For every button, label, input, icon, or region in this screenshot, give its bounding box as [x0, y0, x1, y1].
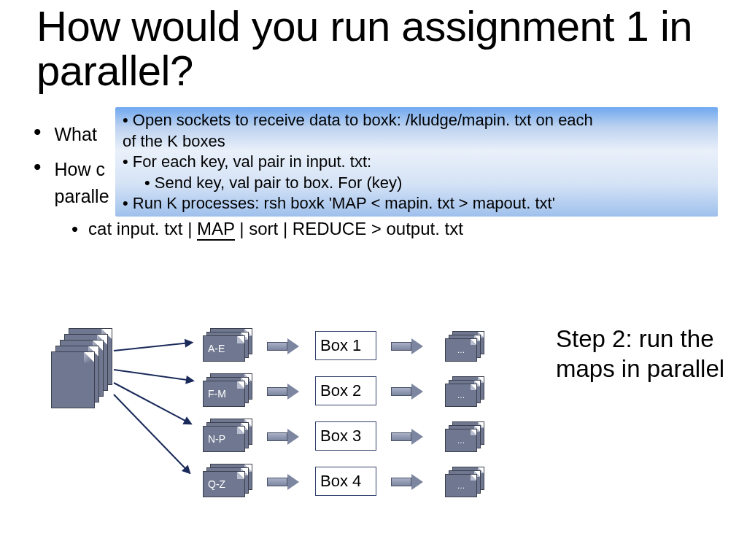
step-caption: Step 2: run the maps in parallel	[556, 324, 731, 384]
block-arrow-icon	[267, 474, 301, 490]
range-label: A-E	[208, 343, 225, 354]
bullet-dot-icon: •	[34, 120, 42, 147]
block-arrow-icon	[267, 429, 301, 445]
block-arrow-icon	[267, 384, 301, 400]
pipeline-pre: cat input. txt |	[88, 219, 197, 238]
output-docs-stack: …	[445, 467, 489, 499]
block-arrow-icon	[391, 429, 425, 445]
overlay-line: • Send key, val pair to box. For (key)	[123, 173, 712, 194]
overlay-line: • Run K processes: rsh boxk 'MAP < mapin…	[123, 193, 712, 214]
block-arrow-icon	[391, 384, 425, 400]
arrow-icon	[114, 382, 192, 424]
arrow-icon	[114, 369, 193, 381]
box-label: Box 2	[315, 376, 376, 405]
output-docs-stack: …	[445, 421, 489, 454]
block-arrow-icon	[391, 474, 425, 490]
bullet-fragment: paralle	[55, 186, 109, 206]
range-label: Q-Z	[208, 478, 225, 490]
flow-diagram: A-E Box 1 … F-M Box 2 …	[51, 321, 547, 525]
bullet-fragment: How c	[55, 159, 105, 179]
output-docs-stack: …	[445, 376, 489, 408]
box-label: Box 3	[315, 421, 376, 451]
pipeline-post: | sort | REDUCE > output. txt	[235, 219, 463, 238]
slide-title: How would you run assignment 1 in parall…	[36, 4, 722, 93]
box-label: Box 4	[315, 467, 376, 496]
overlay-line: • Open sockets to receive data to boxk: …	[123, 110, 712, 131]
ellipsis-label: …	[457, 481, 465, 490]
range-docs-stack: A-E	[203, 328, 255, 362]
range-label: F-M	[208, 388, 226, 400]
range-label: N-P	[208, 433, 225, 445]
ellipsis-label: …	[457, 391, 465, 400]
range-docs-stack: F-M	[203, 373, 255, 407]
bullet-dot-icon: •	[34, 155, 42, 209]
range-docs-stack: Q-Z	[203, 464, 255, 497]
input-docs-stack	[51, 328, 115, 417]
bullet-dot-icon: •	[71, 219, 78, 242]
box-label: Box 1	[315, 331, 376, 360]
slide: How would you run assignment 1 in parall…	[0, 0, 747, 560]
ellipsis-label: …	[457, 346, 465, 354]
pipeline-map: MAP	[197, 219, 235, 241]
ellipsis-label: …	[457, 436, 465, 445]
block-arrow-icon	[267, 338, 301, 354]
arrow-icon	[113, 394, 190, 473]
block-arrow-icon	[391, 338, 425, 354]
overlay-line: of the K boxes	[123, 131, 712, 152]
output-docs-stack: …	[445, 331, 489, 363]
overlay-callout: • Open sockets to receive data to boxk: …	[115, 107, 718, 217]
arrow-icon	[114, 342, 193, 351]
overlay-line: • For each key, val pair in input. txt:	[123, 152, 712, 173]
range-docs-stack: N-P	[203, 419, 255, 452]
pipeline-text: cat input. txt | MAP | sort | REDUCE > o…	[88, 217, 463, 242]
sub-bullet-row: • cat input. txt | MAP | sort | REDUCE >…	[71, 217, 690, 242]
